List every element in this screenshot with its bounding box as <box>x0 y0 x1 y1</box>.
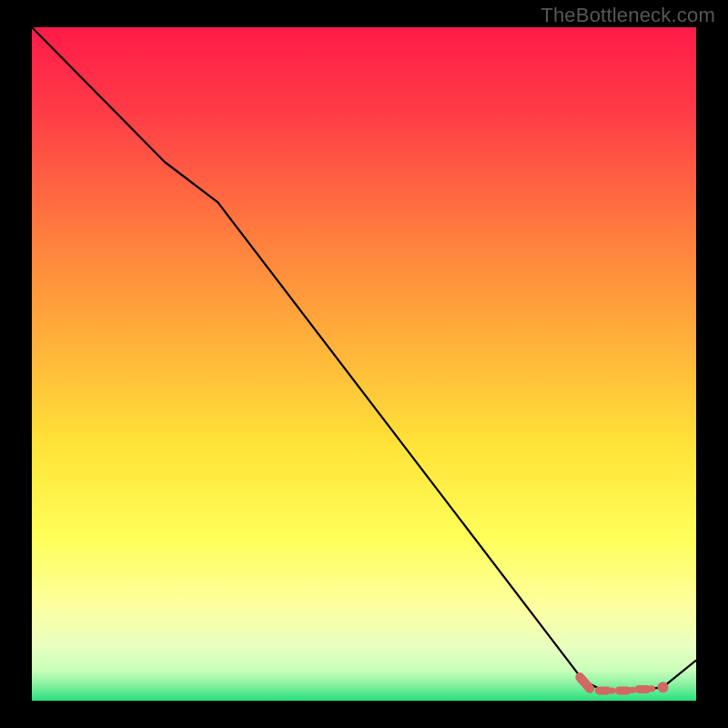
chart-svg <box>32 27 696 701</box>
plot-area <box>32 27 696 701</box>
marker-range-end <box>658 682 669 693</box>
chart-frame: TheBottleneck.com <box>0 0 728 728</box>
watermark-text: TheBottleneck.com <box>541 4 715 27</box>
marker-small-1 <box>629 687 636 693</box>
marker-small-0 <box>608 687 615 693</box>
marker-small-2 <box>648 685 655 692</box>
